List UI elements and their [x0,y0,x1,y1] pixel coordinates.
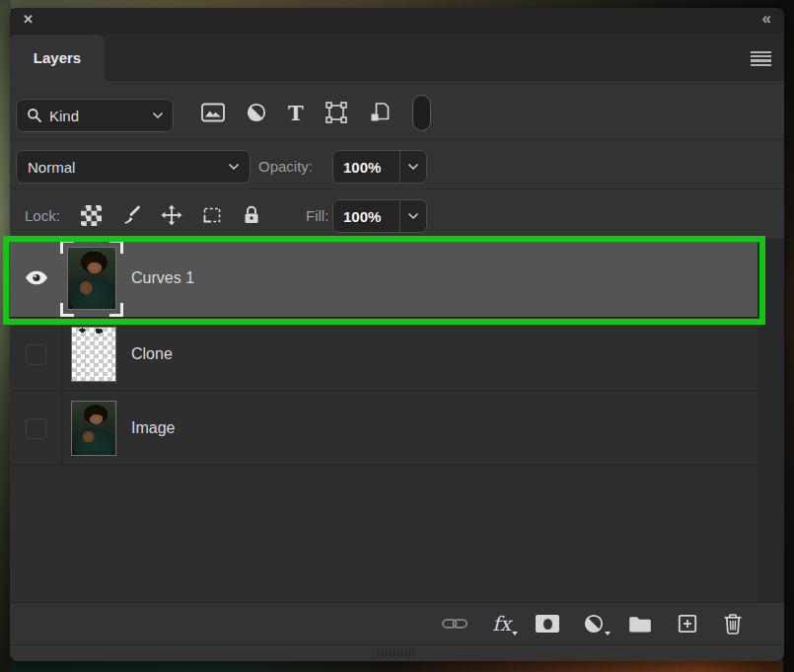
layer-style-fx-icon[interactable]: fx [492,614,511,634]
menu-bar-line [751,59,771,61]
filtering-toggle[interactable] [412,95,431,131]
smart-object-filter-icon[interactable] [369,102,391,123]
layer-row-image[interactable]: Image [10,392,758,466]
blend-mode-dropdown[interactable]: Normal [16,150,251,184]
fill-field[interactable]: 100% [332,199,427,233]
menu-bar-line [751,64,771,66]
new-group-folder-icon[interactable] [628,615,652,634]
opacity-field[interactable]: 100% [332,150,427,184]
fill-stepper[interactable] [400,200,426,232]
menu-bar-line [751,55,771,57]
layer-list: Curves 1 Clone Image [10,239,784,602]
opacity-value[interactable]: 100% [333,159,399,176]
type-layer-filter-icon[interactable]: T [288,103,304,123]
lock-row: Lock: Fill: 100% [10,190,784,239]
caret-icon [512,632,518,635]
kind-filter-label: Kind [49,108,79,124]
layer-thumbnail[interactable] [71,327,116,382]
adjustment-layer-filter-icon[interactable] [247,103,266,122]
delete-layer-trash-icon[interactable] [723,613,743,635]
scrollbar-gutter [758,239,784,602]
filter-row: Kind T [10,81,784,140]
mask-hole [543,619,552,630]
link-layers-icon[interactable] [442,617,468,631]
layer-name[interactable]: Image [131,392,175,465]
panel-footer [10,644,784,661]
lock-label: Lock: [25,207,60,224]
layer-name[interactable]: Curves 1 [131,239,194,317]
background-photo-bottom [0,660,794,672]
blend-row: Normal Opacity: 100% [10,141,784,189]
lock-pixels-brush-icon[interactable] [120,204,142,226]
fx-label: fx [492,614,511,634]
layer-type-filters: T [201,87,431,138]
layers-bottom-toolbar: fx [10,602,784,644]
visibility-cell[interactable] [10,239,62,317]
chevron-down-icon [408,213,418,219]
visibility-checkbox-off[interactable] [26,344,46,365]
blend-mode-value: Normal [28,159,75,176]
layer-thumbnail[interactable] [71,401,116,456]
layers-panel: ✕ « Layers Kind [10,8,784,661]
resize-grip[interactable] [378,649,417,657]
mask-rectangle [536,615,559,633]
fill-label: Fill: [306,207,328,224]
visibility-cell[interactable] [10,392,62,465]
lock-artboard-icon[interactable] [201,204,223,226]
visibility-cell[interactable] [10,318,62,391]
layer-row-clone[interactable]: Clone [10,318,758,392]
visibility-checkbox-off[interactable] [26,418,46,439]
shape-layer-filter-icon[interactable] [325,102,347,123]
opacity-stepper[interactable] [400,151,426,183]
chevron-down-icon [408,164,418,170]
new-layer-icon[interactable] [677,613,698,635]
panel-titlebar: ✕ « [10,8,784,35]
pixel-layer-filter-icon[interactable] [201,103,225,122]
chevron-down-icon [229,164,239,170]
lock-all-padlock-icon[interactable] [242,204,261,226]
tab-layers[interactable]: Layers [10,35,105,81]
lock-transparency-icon[interactable] [81,205,102,226]
search-icon [27,108,42,123]
caret-icon [605,632,611,635]
fill-value[interactable]: 100% [333,208,399,225]
eye-icon [25,270,48,285]
layer-name[interactable]: Clone [131,318,173,391]
background-photo-right [783,0,794,672]
collapse-to-icons-icon[interactable]: « [762,9,770,29]
panel-menu-icon[interactable] [751,51,771,68]
new-adjustment-layer-icon[interactable] [584,614,604,634]
chevron-down-icon [153,112,163,118]
layer-row-curves[interactable]: Curves 1 [10,239,758,318]
desktop: ✕ « Layers Kind [0,0,794,672]
layer-thumbnail[interactable] [67,247,116,310]
lock-position-move-icon[interactable] [161,204,182,226]
kind-filter-dropdown[interactable]: Kind [16,99,174,132]
menu-bar-line [751,51,771,53]
add-layer-mask-icon[interactable] [536,615,559,633]
panel-tabbar: Layers [10,35,784,81]
opacity-label: Opacity: [258,158,313,175]
close-icon[interactable]: ✕ [23,12,34,27]
lock-buttons [81,193,261,237]
